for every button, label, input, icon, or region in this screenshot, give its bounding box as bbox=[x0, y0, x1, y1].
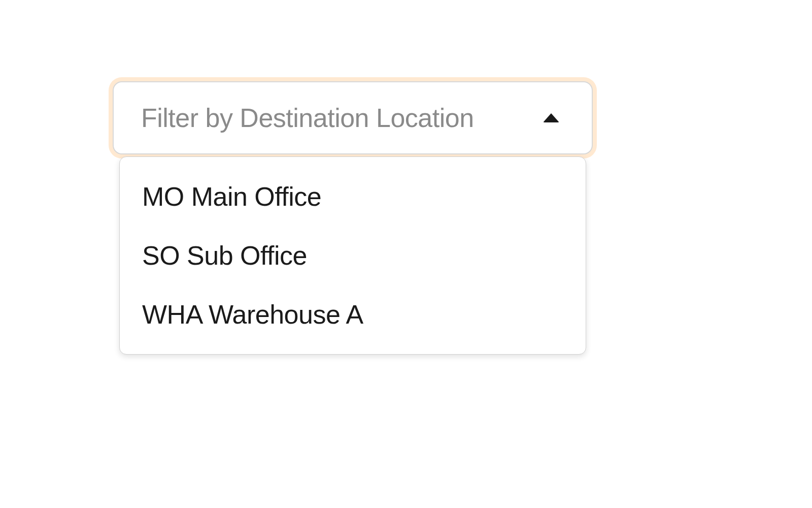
dropdown-option-sub-office[interactable]: SO Sub Office bbox=[120, 226, 586, 285]
dropdown-trigger[interactable]: Filter by Destination Location bbox=[113, 81, 593, 154]
dropdown-placeholder: Filter by Destination Location bbox=[141, 103, 474, 133]
dropdown-option-main-office[interactable]: MO Main Office bbox=[120, 167, 586, 226]
dropdown-menu: MO Main Office SO Sub Office WHA Warehou… bbox=[119, 156, 586, 355]
dropdown-option-warehouse-a[interactable]: WHA Warehouse A bbox=[120, 285, 586, 344]
caret-up-icon bbox=[543, 113, 559, 122]
destination-location-filter: Filter by Destination Location MO Main O… bbox=[113, 81, 593, 355]
